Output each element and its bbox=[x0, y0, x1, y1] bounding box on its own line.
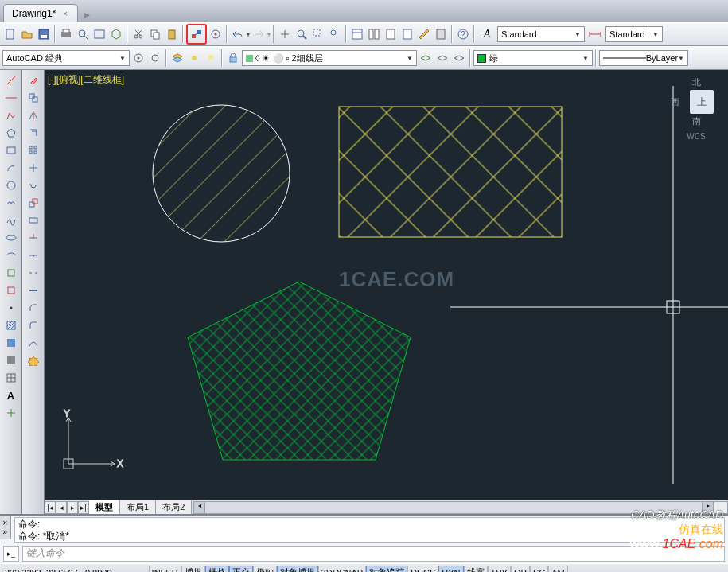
spline-icon[interactable] bbox=[4, 213, 18, 228]
ellipse-icon[interactable] bbox=[4, 231, 18, 245]
cube-top-face[interactable]: 上 bbox=[690, 90, 714, 114]
markup-icon[interactable] bbox=[416, 26, 432, 42]
layer-props-icon[interactable] bbox=[169, 50, 185, 66]
array-icon[interactable] bbox=[26, 143, 41, 158]
arc-icon[interactable] bbox=[4, 161, 18, 175]
help-icon[interactable]: ? bbox=[455, 26, 471, 42]
workspace-dropdown[interactable]: AutoCAD 经典▼ bbox=[2, 50, 130, 66]
sheet-set-icon[interactable] bbox=[399, 26, 415, 42]
hatch-icon[interactable] bbox=[4, 318, 18, 333]
cut-icon[interactable] bbox=[130, 26, 146, 42]
mirror-icon[interactable] bbox=[26, 108, 41, 123]
copy-icon[interactable] bbox=[147, 26, 163, 42]
status-ducs[interactable]: DUCS bbox=[407, 566, 438, 573]
sheet-prev-icon[interactable]: ◂ bbox=[56, 501, 67, 514]
lock-icon[interactable] bbox=[225, 50, 241, 66]
sheet-first-icon[interactable]: |◂ bbox=[45, 501, 56, 514]
workspace-settings-icon[interactable] bbox=[130, 50, 146, 66]
publish-icon[interactable] bbox=[91, 26, 107, 42]
polygon-icon[interactable] bbox=[4, 126, 18, 140]
bulb-icon[interactable] bbox=[203, 50, 219, 66]
status-dyn[interactable]: DYN bbox=[438, 566, 463, 573]
revcloud-icon[interactable] bbox=[4, 196, 18, 210]
text-icon[interactable]: A bbox=[4, 388, 18, 403]
save-icon[interactable] bbox=[36, 26, 52, 42]
chamfer-icon[interactable] bbox=[26, 301, 41, 315]
print-icon[interactable] bbox=[58, 26, 74, 42]
tab-layout2[interactable]: 布局2 bbox=[156, 500, 192, 514]
extend-icon[interactable] bbox=[26, 248, 41, 263]
properties-icon[interactable] bbox=[349, 26, 365, 42]
calc-icon[interactable] bbox=[433, 26, 449, 42]
status-infer[interactable]: INFER bbox=[149, 566, 181, 573]
explode-icon[interactable] bbox=[26, 353, 41, 368]
redo-icon[interactable] bbox=[251, 26, 267, 42]
scale-icon[interactable] bbox=[26, 196, 41, 210]
copy2-icon[interactable] bbox=[26, 91, 41, 105]
break-icon[interactable] bbox=[26, 266, 41, 280]
linetype-dropdown[interactable]: ByLayer▼ bbox=[599, 50, 688, 66]
command-input[interactable]: 键入命令 bbox=[22, 546, 725, 562]
circle-icon[interactable] bbox=[4, 178, 18, 193]
zoom-prev-icon[interactable] bbox=[327, 26, 343, 42]
table-icon[interactable] bbox=[4, 371, 18, 385]
block-icon[interactable] bbox=[208, 26, 224, 42]
ellipse-arc-icon[interactable] bbox=[4, 248, 18, 263]
undo-icon[interactable] bbox=[230, 26, 246, 42]
insert-icon[interactable] bbox=[4, 266, 18, 280]
tool-palette-icon[interactable] bbox=[383, 26, 399, 42]
zoom-icon[interactable] bbox=[294, 26, 309, 42]
match-props-icon[interactable] bbox=[189, 26, 204, 42]
cmd-close-icon[interactable]: ×» bbox=[0, 516, 11, 539]
status-am[interactable]: AM bbox=[548, 566, 568, 573]
status-qp[interactable]: QP bbox=[511, 566, 530, 573]
status-sc[interactable]: SC bbox=[530, 566, 548, 573]
new-icon[interactable] bbox=[2, 26, 18, 42]
layer-state-icon[interactable] bbox=[418, 50, 434, 66]
coordinates[interactable]: 322.3283, 22.6567 , 0.0000 bbox=[0, 568, 117, 573]
new-tab-button[interactable]: ▸ bbox=[78, 6, 96, 22]
design-center-icon[interactable] bbox=[366, 26, 382, 42]
text-style-dropdown[interactable]: Standard▼ bbox=[497, 26, 585, 42]
layer-dropdown[interactable]: ◊ ☀ ⚪ ▫ 2细线层 ▼ bbox=[242, 50, 417, 66]
move-icon[interactable] bbox=[26, 161, 41, 175]
document-tab[interactable]: Drawing1* × bbox=[3, 4, 78, 22]
status-极轴[interactable]: 极轴 bbox=[253, 566, 277, 573]
wcs-label[interactable]: WCS bbox=[671, 132, 722, 141]
status-线宽[interactable]: 线宽 bbox=[464, 566, 488, 573]
rotate-icon[interactable] bbox=[26, 178, 41, 193]
region-icon[interactable] bbox=[4, 353, 18, 368]
status-对象捕捉[interactable]: 对象捕捉 bbox=[277, 566, 318, 573]
cube-south[interactable]: 南 bbox=[671, 115, 722, 127]
gear-icon[interactable] bbox=[147, 50, 163, 66]
status-3dosnap[interactable]: 3DOSNAP bbox=[318, 566, 367, 573]
erase-icon[interactable] bbox=[26, 73, 41, 88]
sheet-last-icon[interactable]: ▸| bbox=[78, 501, 89, 514]
trim-icon[interactable] bbox=[26, 231, 41, 245]
status-tpy[interactable]: TPY bbox=[488, 566, 511, 573]
tab-model[interactable]: 模型 bbox=[89, 500, 120, 514]
block-make-icon[interactable] bbox=[4, 283, 18, 298]
pan-icon[interactable] bbox=[277, 26, 293, 42]
close-icon[interactable]: × bbox=[60, 10, 69, 18]
3d-icon[interactable] bbox=[108, 26, 124, 42]
drawing-canvas[interactable]: [-][俯视][二维线框] bbox=[45, 70, 728, 500]
zoom-window-icon[interactable] bbox=[310, 26, 326, 42]
open-icon[interactable] bbox=[19, 26, 35, 42]
view-cube[interactable]: 北 西 上 南 WCS bbox=[671, 76, 722, 141]
preview-icon[interactable] bbox=[75, 26, 91, 42]
xline-icon[interactable] bbox=[4, 91, 18, 105]
command-history[interactable]: 命令: 命令: *取消* bbox=[14, 517, 725, 543]
sheet-next-icon[interactable]: ▸ bbox=[67, 501, 78, 514]
paste-icon[interactable] bbox=[164, 26, 180, 42]
layer-prev-icon[interactable] bbox=[451, 50, 467, 66]
textstyle-a-icon[interactable]: A bbox=[477, 26, 496, 42]
dimstyle-icon[interactable] bbox=[586, 26, 605, 42]
cube-north[interactable]: 北 bbox=[671, 76, 722, 88]
rectangle-icon[interactable] bbox=[4, 143, 18, 158]
blend-icon[interactable] bbox=[26, 336, 41, 350]
line-icon[interactable] bbox=[4, 73, 18, 88]
addsel-icon[interactable] bbox=[4, 406, 18, 420]
status-栅格[interactable]: 栅格 bbox=[205, 566, 229, 573]
status-捕捉[interactable]: 捕捉 bbox=[181, 566, 205, 573]
